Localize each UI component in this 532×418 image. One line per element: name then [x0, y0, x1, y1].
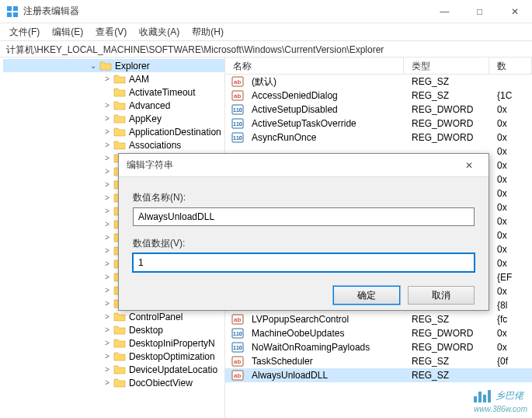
expand-icon[interactable] — [103, 312, 112, 321]
expand-icon[interactable] — [103, 260, 112, 268]
expand-icon[interactable] — [103, 141, 112, 149]
address-bar[interactable]: 计算机\HKEY_LOCAL_MACHINE\SOFTWARE\Microsof… — [0, 40, 532, 57]
string-value-icon: ab — [231, 313, 244, 326]
menu-favorites[interactable]: 收藏夹(A) — [134, 24, 184, 40]
list-row[interactable]: 110AsyncRunOnceREG_DWORD0x — [225, 131, 532, 145]
folder-icon — [113, 140, 126, 151]
expand-icon[interactable] — [103, 273, 112, 281]
tree-item[interactable]: ApplicationDestination — [3, 125, 224, 138]
list-row[interactable]: abAlwaysUnloadDLLREG_SZ — [225, 368, 532, 382]
window-title: 注册表编辑器 — [23, 5, 427, 18]
binary-value-icon: 110 — [231, 341, 244, 354]
maximize-button[interactable]: □ — [462, 0, 497, 23]
tree-item[interactable]: AAM — [3, 72, 224, 85]
cell-data: 0x — [492, 174, 532, 185]
expand-icon[interactable] — [103, 246, 112, 255]
svg-text:ab: ab — [234, 78, 241, 85]
cell-type: REG_SZ — [407, 76, 492, 87]
expand-icon[interactable] — [103, 180, 112, 189]
svg-text:110: 110 — [233, 107, 242, 113]
string-value-icon: ab — [231, 355, 244, 367]
expand-icon[interactable] — [103, 154, 112, 162]
cell-data: 0x — [492, 118, 532, 129]
value-data-label: 数值数据(V): — [133, 237, 475, 250]
list-row[interactable]: 110ActiveSetupTaskOverrideREG_DWORD0x — [225, 117, 532, 131]
tree-item-label: DesktopIniPropertyN — [129, 338, 215, 349]
tree-item[interactable]: DesktopIniPropertyN — [3, 336, 224, 350]
expand-icon[interactable] — [103, 339, 112, 347]
list-row[interactable]: ab(默认)REG_SZ — [225, 75, 532, 89]
col-header-name[interactable]: 名称 — [225, 57, 404, 74]
cell-type: REG_SZ — [407, 314, 492, 325]
expand-icon[interactable] — [103, 193, 112, 202]
menu-edit[interactable]: 编辑(E) — [47, 24, 88, 40]
cancel-button[interactable]: 取消 — [408, 286, 475, 305]
expand-icon[interactable] — [89, 61, 98, 70]
expand-icon[interactable] — [103, 299, 112, 308]
expand-icon[interactable] — [103, 207, 112, 215]
expand-icon[interactable] — [103, 220, 112, 228]
list-row[interactable]: 110NoWaitOnRoamingPayloadsREG_DWORD0x — [225, 340, 532, 354]
tree-item[interactable]: Advanced — [3, 99, 224, 112]
expand-icon[interactable] — [103, 167, 112, 176]
menu-file[interactable]: 文件(F) — [5, 24, 44, 40]
svg-text:110: 110 — [233, 121, 242, 127]
list-row[interactable]: abLVPopupSearchControlREG_SZ{fc — [225, 312, 532, 326]
list-row[interactable]: abAccessDeniedDialogREG_SZ{1C — [225, 89, 532, 103]
tree-item-label: Explorer — [115, 61, 150, 71]
expand-icon[interactable] — [103, 286, 112, 294]
value-data-field[interactable] — [133, 253, 475, 272]
cell-name: LVPopupSearchControl — [247, 314, 407, 325]
expand-icon[interactable] — [103, 127, 112, 136]
expand-icon[interactable] — [103, 378, 112, 387]
expand-icon[interactable] — [103, 352, 112, 361]
col-header-data[interactable]: 数 — [489, 57, 532, 74]
ok-button[interactable]: 确定 — [333, 286, 400, 305]
tree-item[interactable]: Associations — [3, 138, 224, 152]
expand-icon[interactable] — [103, 101, 112, 110]
expand-icon[interactable] — [103, 233, 112, 242]
list-row[interactable]: 110MachineOobeUpdatesREG_DWORD0x — [225, 326, 532, 340]
expand-icon[interactable] — [103, 365, 112, 374]
tree-item[interactable]: AppKey — [3, 112, 224, 125]
folder-icon — [113, 100, 126, 111]
cell-data: {1C — [492, 90, 532, 101]
minimize-button[interactable]: — — [427, 0, 462, 23]
cell-name: AlwaysUnloadDLL — [247, 370, 407, 381]
folder-icon — [113, 74, 126, 85]
cell-data: 0x — [492, 104, 532, 115]
menu-view[interactable]: 查看(V) — [91, 24, 131, 40]
dialog-close-button[interactable]: ✕ — [457, 160, 481, 171]
tree-item[interactable]: DesktopOptimization — [3, 350, 224, 363]
cell-name: TaskScheduler — [247, 356, 407, 367]
tree-item[interactable]: DocObiectView — [3, 376, 224, 389]
col-header-type[interactable]: 类型 — [404, 57, 489, 74]
tree-item[interactable]: DeviceUpdateLocatio — [3, 363, 224, 376]
cell-type: REG_DWORD — [407, 104, 492, 115]
tree-item[interactable]: Desktop — [3, 323, 224, 336]
binary-value-icon: 110 — [231, 327, 244, 340]
tree-item[interactable]: ControlPanel — [3, 310, 224, 323]
expand-icon[interactable] — [103, 326, 112, 334]
cell-name: AsyncRunOnce — [247, 132, 407, 143]
expand-icon[interactable] — [103, 75, 112, 83]
menu-help[interactable]: 帮助(H) — [187, 24, 228, 40]
edit-string-dialog: 编辑字符串 ✕ 数值名称(N): 数值数据(V): 确定 取消 — [118, 153, 489, 311]
string-value-icon: ab — [231, 75, 244, 88]
tree-item[interactable]: Explorer — [3, 59, 224, 72]
list-row[interactable]: 110ActiveSetupDisabledREG_DWORD0x — [225, 103, 532, 117]
cell-data: {fc — [492, 314, 532, 325]
close-button[interactable]: ✕ — [497, 0, 532, 23]
cell-data: {8l — [492, 300, 532, 311]
svg-rect-0 — [7, 6, 12, 11]
cell-name: (默认) — [247, 75, 407, 89]
svg-text:ab: ab — [234, 372, 241, 379]
app-icon — [6, 5, 19, 18]
list-row[interactable]: abTaskSchedulerREG_SZ{0f — [225, 354, 532, 368]
tree-item[interactable]: ActivateTimeout — [3, 85, 224, 99]
folder-icon — [113, 378, 126, 388]
tree-item-label: ActivateTimeout — [129, 87, 196, 98]
expand-icon[interactable] — [103, 114, 112, 123]
cell-data: 0x — [492, 258, 532, 269]
cell-data: 0x — [492, 188, 532, 199]
